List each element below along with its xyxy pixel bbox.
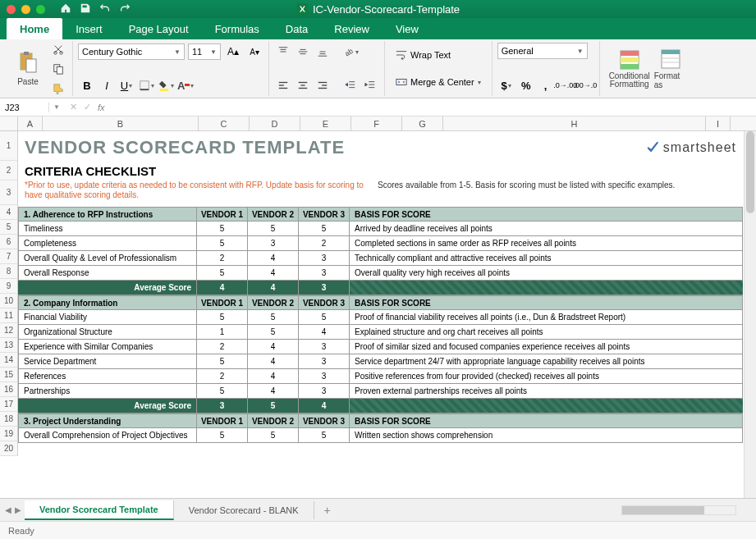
cell[interactable]: VENDOR 3 [299,413,350,428]
row-7[interactable]: 7 [0,249,18,264]
cell[interactable]: 3 [299,369,350,384]
cell[interactable]: 3 [248,236,299,251]
align-middle-icon[interactable] [294,43,312,61]
cell[interactable]: 4 [299,325,350,340]
cell[interactable]: VENDOR 1 [197,207,248,222]
vertical-scrollbar[interactable] [744,131,756,498]
tab-page-layout[interactable]: Page Layout [116,18,202,39]
criteria-cell[interactable]: Financial Viability [18,310,197,325]
minimize-icon[interactable] [21,5,30,14]
col-G[interactable]: G [402,116,443,130]
basis-cell[interactable]: Positive references from four provided (… [350,369,743,384]
row-10[interactable]: 10 [0,294,18,308]
save-icon[interactable] [80,2,91,16]
cell[interactable]: 5 [197,428,248,443]
enter-formula-icon[interactable]: ✓ [84,102,91,112]
basis-cell[interactable]: Explained structure and org chart receiv… [350,325,743,340]
font-size-select[interactable]: 11▼ [188,43,221,60]
increase-font-icon[interactable]: A▴ [224,43,242,61]
cell[interactable]: 5 [248,399,299,413]
col-C[interactable]: C [199,116,250,130]
col-H[interactable]: H [443,116,706,130]
horizontal-scrollbar[interactable] [621,505,736,515]
cell[interactable]: BASIS FOR SCORE [350,295,743,310]
orientation-icon[interactable]: ab▾ [341,43,360,61]
cell[interactable]: 4 [248,340,299,354]
decrease-decimal-icon[interactable]: .00→.0 [576,76,594,94]
window-controls[interactable] [7,5,45,14]
cell[interactable]: 5 [197,236,248,251]
cell[interactable]: 5 [197,266,248,281]
cell[interactable]: 2 [197,340,248,354]
tab-nav-prev-icon[interactable]: ◀ [5,505,11,514]
align-top-icon[interactable] [274,43,292,61]
increase-indent-icon[interactable] [361,76,379,94]
align-center-icon[interactable] [294,76,312,94]
cell[interactable]: 2 [299,236,350,251]
cell[interactable]: 5 [299,222,350,236]
row-1[interactable]: 1 [0,131,18,161]
cell[interactable]: 2 [197,369,248,384]
underline-button[interactable]: U▾ [117,76,135,94]
row-4[interactable]: 4 [0,205,18,220]
tab-home[interactable]: Home [7,18,62,39]
format-as-button[interactable]: Format as [654,48,687,89]
align-left-icon[interactable] [274,76,292,94]
add-sheet-button[interactable]: + [314,500,341,521]
criteria-cell[interactable]: Overall Response [18,266,197,281]
select-all-corner[interactable] [0,116,18,130]
cell[interactable]: 5 [299,310,350,325]
cell[interactable]: 3 [299,266,350,281]
tab-formulas[interactable]: Formulas [202,18,273,39]
section-header[interactable]: 2. Company Information [18,295,197,310]
criteria-cell[interactable]: Service Department [18,354,197,369]
increase-decimal-icon[interactable]: .0→.00 [557,76,575,94]
border-button[interactable]: ▾ [137,76,155,94]
cell[interactable]: 3 [197,399,248,413]
basis-cell[interactable]: Proof of financial viability receives al… [350,310,743,325]
criteria-cell[interactable]: Experience with Similar Companies [18,340,197,354]
cell[interactable]: 5 [248,222,299,236]
format-painter-icon[interactable] [49,80,67,98]
wrap-text-button[interactable]: Wrap Text [390,46,456,64]
tab-view[interactable]: View [383,18,432,39]
tab-data[interactable]: Data [273,18,321,39]
fill-color-button[interactable]: ▾ [157,76,175,94]
cell[interactable]: 1 [197,325,248,340]
cell[interactable]: 4 [197,281,248,295]
basis-cell[interactable]: Completed sections in same order as RFP … [350,236,743,251]
basis-cell[interactable]: Proof of similar sized and focused compa… [350,340,743,354]
comma-icon[interactable]: , [537,76,555,94]
cell[interactable]: 4 [248,266,299,281]
row-3[interactable]: 3 [0,180,18,205]
font-family-select[interactable]: Century Gothic▼ [78,43,185,60]
basis-cell[interactable]: Arrived by deadline receives all points [350,222,743,236]
row-15[interactable]: 15 [0,368,18,382]
col-F[interactable]: F [351,116,402,130]
cell[interactable]: 4 [248,281,299,295]
cell[interactable]: 3 [299,340,350,354]
conditional-formatting-button[interactable]: Conditional Formatting [605,49,654,89]
row-19[interactable]: 19 [0,427,18,441]
basis-cell[interactable]: Proven external partnerships receives al… [350,384,743,399]
cell[interactable]: 3 [299,251,350,266]
col-D[interactable]: D [250,116,300,130]
basis-cell[interactable]: Overall quality very high receives all p… [350,266,743,281]
close-icon[interactable] [7,5,16,14]
tab-nav-next-icon[interactable]: ▶ [15,505,21,514]
criteria-cell[interactable]: Partnerships [18,384,197,399]
row-5[interactable]: 5 [0,220,18,235]
row-16[interactable]: 16 [0,382,18,397]
bold-button[interactable]: B [78,76,96,94]
cell[interactable]: 3 [299,384,350,399]
col-I[interactable]: I [706,116,731,130]
currency-icon[interactable]: $▾ [497,76,515,94]
cell[interactable]: 5 [197,354,248,369]
col-E[interactable]: E [300,116,351,130]
merge-center-button[interactable]: Merge & Center▾ [390,73,487,91]
criteria-cell[interactable]: Organizational Structure [18,325,197,340]
row-2[interactable]: 2 [0,161,18,180]
cancel-formula-icon[interactable]: ✕ [70,102,77,112]
tab-insert[interactable]: Insert [62,18,116,39]
section-header[interactable]: 3. Project Understanding [18,413,197,428]
